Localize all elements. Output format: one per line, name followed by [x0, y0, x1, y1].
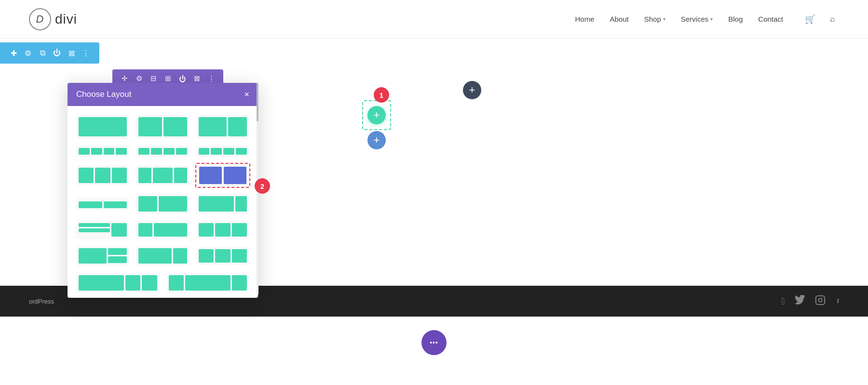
navigation: Home About Shop▾ Services▾ Blog Contact … — [575, 13, 839, 26]
layout-option-row7-b[interactable] — [165, 272, 251, 294]
layout-option-mixed-b[interactable] — [135, 193, 190, 215]
step-2-badge: 2 — [255, 178, 270, 194]
layout-option-4col-c[interactable] — [195, 145, 250, 158]
layout-option-3col-b[interactable] — [135, 164, 190, 186]
instagram-icon[interactable] — [815, 295, 826, 308]
section-settings-icon[interactable]: ⚙ — [134, 73, 144, 84]
section-trash-icon[interactable]: ⊠ — [191, 73, 202, 84]
layout-option-full[interactable] — [75, 114, 130, 140]
section-more-icon[interactable]: ⋮ — [206, 73, 217, 84]
layout-option-2col-selected[interactable] — [195, 163, 250, 188]
nav-blog[interactable]: Blog — [728, 15, 743, 23]
svg-point-2 — [822, 297, 823, 298]
facebook-f-icon[interactable]: f — [837, 297, 839, 305]
layout-option-4col-a[interactable] — [75, 145, 130, 158]
logo-letter: D — [36, 13, 44, 26]
svg-rect-0 — [815, 295, 824, 304]
layout-row-3 — [75, 163, 250, 188]
layout-row-4 — [75, 193, 250, 215]
layout-option-2col-unequal[interactable] — [195, 114, 250, 140]
footer-social:  f — [781, 295, 839, 308]
layout-option-row5-c[interactable] — [195, 220, 250, 240]
layout-row-6 — [75, 245, 250, 267]
layout-option-row6-b[interactable] — [135, 245, 190, 267]
layout-row-7 — [75, 272, 250, 294]
layout-option-mixed-a[interactable] — [75, 197, 130, 212]
layout-row-1 — [75, 114, 250, 140]
section-power-icon[interactable]: ⏻ — [177, 73, 188, 84]
layout-option-row5-b[interactable] — [135, 220, 190, 240]
layout-option-mixed-c[interactable] — [195, 193, 250, 215]
layout-option-row6-a[interactable] — [75, 245, 130, 267]
layout-option-2col-equal[interactable] — [135, 114, 190, 140]
step-1-badge: 1 — [374, 87, 389, 103]
choose-layout-title: Choose Layout — [76, 90, 131, 99]
toolbar-settings-icon[interactable]: ⚙ — [22, 47, 34, 59]
footer-text: ordPress — [29, 298, 54, 305]
shop-chevron-icon: ▾ — [663, 16, 665, 22]
layout-option-3col-a[interactable] — [75, 164, 130, 186]
facebook-icon[interactable]:  — [781, 296, 785, 307]
add-module-blue-button[interactable]: + — [367, 131, 386, 149]
logo-circle: D — [29, 8, 51, 30]
logo[interactable]: D divi — [29, 8, 77, 30]
search-icon[interactable]: ⌕ — [826, 13, 839, 26]
close-button[interactable]: × — [244, 90, 249, 99]
bottom-fab-button[interactable]: ••• — [421, 330, 447, 355]
nav-services[interactable]: Services▾ — [681, 15, 713, 23]
layout-option-4col-b[interactable] — [135, 145, 190, 158]
services-chevron-icon: ▾ — [710, 16, 713, 22]
nav-about[interactable]: About — [610, 15, 628, 23]
logo-text: divi — [55, 12, 77, 27]
layout-row-2 — [75, 145, 250, 158]
layout-option-row7-a[interactable] — [75, 272, 161, 294]
layout-row-5 — [75, 220, 250, 240]
nav-contact[interactable]: Contact — [758, 15, 783, 23]
choose-layout-header: Choose Layout × — [68, 83, 258, 106]
toolbar-add-icon[interactable]: ✚ — [8, 47, 19, 59]
choose-layout-modal: Choose Layout × — [68, 83, 258, 298]
twitter-icon[interactable] — [795, 295, 805, 308]
section-move-icon[interactable]: ✛ — [119, 73, 130, 84]
add-module-green-button[interactable]: + — [367, 106, 386, 124]
layout-option-row5-a[interactable] — [75, 220, 130, 240]
section-grid-icon[interactable]: ⊞ — [163, 73, 173, 84]
toolbar-more-icon[interactable]: ⋮ — [80, 47, 92, 59]
layout-grid — [68, 106, 258, 298]
svg-point-1 — [818, 298, 822, 302]
toolbar-power-icon[interactable]: ⏻ — [51, 47, 63, 59]
add-module-dark-button[interactable]: + — [463, 81, 481, 99]
toolbar-duplicate-icon[interactable]: ⧉ — [37, 47, 48, 59]
section-columns-icon[interactable]: ⊟ — [148, 73, 159, 84]
header: D divi Home About Shop▾ Services▾ Blog C… — [0, 0, 868, 39]
nav-shop[interactable]: Shop▾ — [644, 15, 665, 23]
nav-icons: 🛒 ⌕ — [803, 13, 839, 26]
layout-option-row6-c[interactable] — [195, 246, 250, 266]
builder-toolbar-top: ✚ ⚙ ⧉ ⏻ ⊠ ⋮ — [0, 42, 99, 64]
toolbar-trash-icon[interactable]: ⊠ — [66, 47, 77, 59]
nav-home[interactable]: Home — [575, 15, 594, 23]
cart-icon[interactable]: 🛒 — [803, 13, 817, 26]
